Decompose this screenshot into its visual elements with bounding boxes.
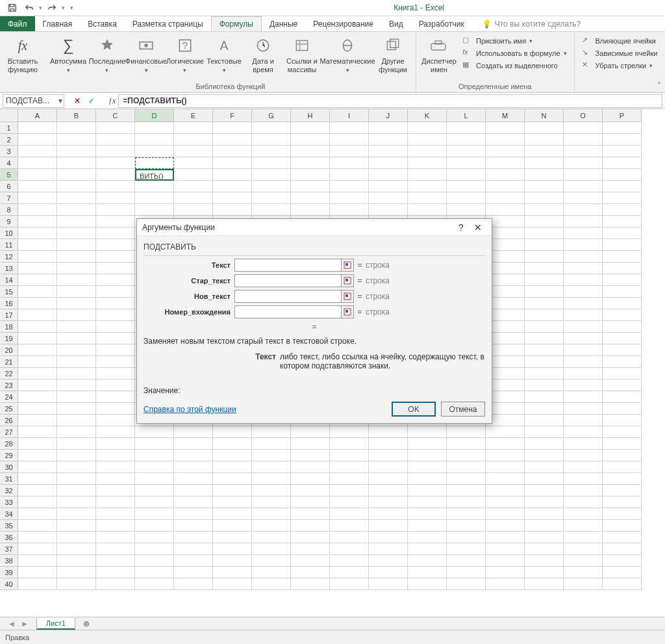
cell-E37[interactable] (174, 543, 213, 555)
cell-D6[interactable] (135, 181, 174, 192)
cell-H36[interactable] (291, 532, 330, 543)
cell-K28[interactable] (408, 438, 447, 450)
cell-B17[interactable] (57, 309, 96, 321)
cell-O15[interactable] (564, 286, 603, 298)
cell-F1[interactable] (213, 122, 252, 134)
cell-J30[interactable] (369, 461, 408, 473)
cell-F34[interactable] (213, 508, 252, 520)
dialog-ok-button[interactable]: OK (392, 402, 436, 417)
cell-L6[interactable] (447, 181, 486, 192)
arg-input-1[interactable] (234, 274, 342, 287)
cell-J4[interactable] (369, 157, 408, 169)
dialog-cancel-button[interactable]: Отмена (441, 402, 485, 417)
cell-O16[interactable] (564, 298, 603, 309)
cell-N11[interactable] (525, 239, 564, 251)
cell-J34[interactable] (369, 508, 408, 520)
cell-I1[interactable] (330, 122, 369, 134)
cell-N28[interactable] (525, 438, 564, 450)
cell-N35[interactable] (525, 520, 564, 532)
cell-F29[interactable] (213, 450, 252, 461)
cell-A37[interactable] (18, 543, 57, 555)
cell-E7[interactable] (174, 192, 213, 204)
cell-K33[interactable] (408, 496, 447, 508)
row-header-3[interactable]: 3 (0, 146, 18, 157)
tab-layout[interactable]: Разметка страницы (125, 16, 211, 31)
cell-H7[interactable] (291, 192, 330, 204)
col-header-N[interactable]: N (525, 109, 564, 122)
cell-F3[interactable] (213, 146, 252, 157)
cell-B13[interactable] (57, 263, 96, 274)
cell-M5[interactable] (486, 169, 525, 181)
cell-K5[interactable] (408, 169, 447, 181)
cell-O4[interactable] (564, 157, 603, 169)
cell-O33[interactable] (564, 496, 603, 508)
cell-C8[interactable] (96, 204, 135, 216)
cell-C1[interactable] (96, 122, 135, 134)
cell-J6[interactable] (369, 181, 408, 192)
cell-G31[interactable] (252, 473, 291, 485)
cell-L8[interactable] (447, 204, 486, 216)
cell-E39[interactable] (174, 567, 213, 578)
cell-M40[interactable] (486, 578, 525, 590)
cell-G37[interactable] (252, 543, 291, 555)
cell-J35[interactable] (369, 520, 408, 532)
cell-L4[interactable] (447, 157, 486, 169)
cell-A24[interactable] (18, 391, 57, 403)
cell-N12[interactable] (525, 251, 564, 263)
cell-C10[interactable] (96, 227, 135, 239)
cell-L1[interactable] (447, 122, 486, 134)
cell-D29[interactable] (135, 450, 174, 461)
cell-B12[interactable] (57, 251, 96, 263)
qat-redo[interactable] (45, 1, 59, 15)
cell-C27[interactable] (96, 426, 135, 438)
cell-I34[interactable] (330, 508, 369, 520)
cell-B28[interactable] (57, 438, 96, 450)
cell-I39[interactable] (330, 567, 369, 578)
cell-B4[interactable] (57, 157, 96, 169)
cell-F38[interactable] (213, 555, 252, 567)
cell-A9[interactable] (18, 216, 57, 227)
cell-K37[interactable] (408, 543, 447, 555)
col-header-M[interactable]: M (486, 109, 525, 122)
collapse-ribbon-icon[interactable]: ˄ (657, 81, 661, 90)
cell-B7[interactable] (57, 192, 96, 204)
cell-L29[interactable] (447, 450, 486, 461)
cell-M36[interactable] (486, 532, 525, 543)
cell-P40[interactable] (603, 578, 642, 590)
qat-save[interactable] (5, 1, 19, 15)
cell-O2[interactable] (564, 134, 603, 146)
cell-G38[interactable] (252, 555, 291, 567)
cell-A15[interactable] (18, 286, 57, 298)
cell-B32[interactable] (57, 485, 96, 496)
cell-M29[interactable] (486, 450, 525, 461)
cell-B31[interactable] (57, 473, 96, 485)
cell-N20[interactable] (525, 344, 564, 356)
cell-C28[interactable] (96, 438, 135, 450)
cell-F30[interactable] (213, 461, 252, 473)
cell-F28[interactable] (213, 438, 252, 450)
cell-C14[interactable] (96, 274, 135, 286)
cell-E28[interactable] (174, 438, 213, 450)
col-header-J[interactable]: J (369, 109, 408, 122)
cell-A32[interactable] (18, 485, 57, 496)
cell-O24[interactable] (564, 391, 603, 403)
cell-N16[interactable] (525, 298, 564, 309)
col-header-H[interactable]: H (291, 109, 330, 122)
cell-J37[interactable] (369, 543, 408, 555)
math-button[interactable]: Математические▾ (322, 34, 373, 74)
row-header-34[interactable]: 34 (0, 508, 18, 520)
cell-A6[interactable] (18, 181, 57, 192)
cell-J32[interactable] (369, 485, 408, 496)
cell-J40[interactable] (369, 578, 408, 590)
cell-B36[interactable] (57, 532, 96, 543)
cell-F32[interactable] (213, 485, 252, 496)
cell-B6[interactable] (57, 181, 96, 192)
cell-J27[interactable] (369, 426, 408, 438)
cell-N26[interactable] (525, 415, 564, 426)
col-header-I[interactable]: I (330, 109, 369, 122)
create-from-sel-button[interactable]: ▦Создать из выделенного (459, 60, 570, 71)
cell-C20[interactable] (96, 344, 135, 356)
cell-B37[interactable] (57, 543, 96, 555)
cell-B2[interactable] (57, 134, 96, 146)
cell-F37[interactable] (213, 543, 252, 555)
